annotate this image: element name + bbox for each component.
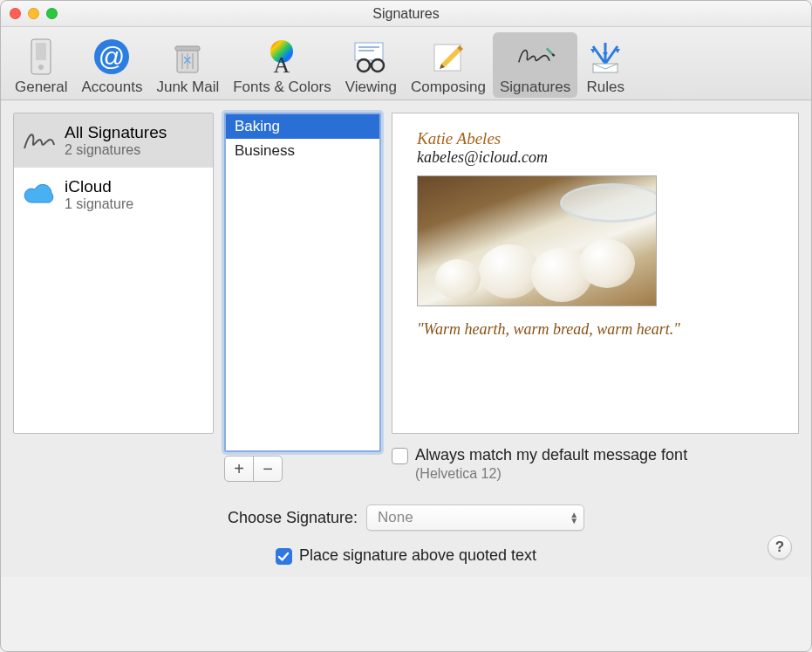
toolbar-label: Signatures: [500, 79, 570, 96]
toolbar-fonts-colors[interactable]: A Fonts & Colors: [226, 32, 338, 98]
account-title: iCloud: [65, 177, 133, 196]
icloud-icon: [21, 176, 58, 213]
titlebar: Signatures: [1, 1, 811, 27]
toolbar-rules[interactable]: Rules: [577, 32, 633, 98]
help-button[interactable]: ?: [768, 535, 792, 559]
match-font-sublabel: (Helvetica 12): [415, 466, 687, 482]
place-above-label: Place signature above quoted text: [299, 546, 536, 565]
svg-point-2: [38, 65, 44, 70]
window-title: Signatures: [1, 6, 811, 22]
glasses-icon: [350, 36, 392, 78]
account-title: All Signatures: [65, 123, 167, 142]
signature-script-icon: [21, 122, 58, 159]
toolbar-label: Fonts & Colors: [233, 79, 331, 96]
signatures-list[interactable]: Baking Business: [224, 113, 381, 452]
signature-preview[interactable]: Katie Abeles kabeles@icloud.com "Warm he…: [392, 113, 799, 434]
signatures-column: Baking Business + −: [224, 113, 381, 482]
choose-signature-value: None: [378, 509, 413, 526]
add-signature-button[interactable]: +: [224, 456, 254, 482]
toolbar-composing[interactable]: Composing: [404, 32, 493, 98]
fonts-colors-icon: A: [261, 36, 303, 78]
toolbar-viewing[interactable]: Viewing: [338, 32, 404, 98]
svg-rect-14: [358, 46, 379, 48]
preview-name: Katie Abeles: [417, 129, 774, 148]
svg-rect-1: [36, 43, 46, 60]
toolbar-label: Rules: [586, 79, 624, 96]
popup-arrows-icon: ▲▼: [570, 511, 578, 524]
toolbar-signatures[interactable]: Signatures: [493, 32, 577, 98]
account-all-signatures[interactable]: All Signatures 2 signatures: [14, 113, 213, 168]
window-controls: [10, 8, 58, 19]
place-above-row: Place signature above quoted text: [13, 546, 799, 565]
minimize-window-button[interactable]: [28, 8, 39, 19]
account-subtitle: 1 signature: [65, 196, 133, 212]
account-icloud[interactable]: iCloud 1 signature: [14, 168, 213, 222]
svg-text:A: A: [274, 52, 290, 76]
rules-icon: [584, 36, 626, 78]
svg-rect-15: [358, 50, 374, 51]
svg-point-17: [372, 59, 384, 72]
compose-icon: [427, 36, 469, 78]
choose-signature-popup[interactable]: None ▲▼: [366, 504, 584, 531]
main-area: All Signatures 2 signatures iCloud 1 sig…: [1, 100, 811, 489]
toolbar-label: Junk Mail: [156, 79, 219, 96]
toolbar-label: Composing: [411, 79, 486, 96]
match-font-checkbox[interactable]: [392, 448, 408, 464]
remove-signature-button[interactable]: −: [253, 456, 283, 482]
preview-image: [417, 175, 657, 306]
close-window-button[interactable]: [10, 8, 21, 19]
toolbar-label: Accounts: [81, 79, 142, 96]
toolbar-label: General: [15, 79, 67, 96]
at-icon: @: [91, 36, 133, 78]
toolbar-accounts[interactable]: @ Accounts: [74, 32, 149, 98]
choose-signature-label: Choose Signature:: [228, 509, 358, 527]
signature-item-business[interactable]: Business: [226, 139, 379, 163]
accounts-list: All Signatures 2 signatures iCloud 1 sig…: [13, 113, 214, 434]
preview-email: kabeles@icloud.com: [417, 148, 774, 167]
svg-rect-6: [175, 46, 200, 51]
add-remove-controls: + −: [224, 456, 381, 482]
signature-item-baking[interactable]: Baking: [226, 114, 379, 139]
place-above-checkbox[interactable]: [276, 548, 292, 565]
signature-icon: [515, 36, 556, 78]
preview-column: Katie Abeles kabeles@icloud.com "Warm he…: [392, 113, 799, 482]
general-icon: [20, 36, 62, 78]
toolbar-junk-mail[interactable]: ✕ Junk Mail: [149, 32, 226, 98]
bottom-controls: Choose Signature: None ▲▼ Place signatur…: [1, 489, 811, 577]
preferences-toolbar: General @ Accounts ✕ Junk Mail A Fonts &…: [1, 27, 811, 100]
toolbar-label: Viewing: [345, 79, 397, 96]
account-subtitle: 2 signatures: [65, 142, 167, 158]
match-font-row: Always match my default message font (He…: [392, 446, 799, 482]
preview-quote: "Warm hearth, warm bread, warm heart.": [417, 320, 774, 339]
svg-text:✕: ✕: [182, 53, 193, 67]
choose-signature-row: Choose Signature: None ▲▼: [13, 504, 799, 531]
svg-point-16: [358, 59, 370, 72]
svg-text:@: @: [99, 42, 125, 71]
match-font-label: Always match my default message font: [415, 446, 687, 464]
zoom-window-button[interactable]: [46, 8, 58, 19]
trash-icon: ✕: [167, 36, 208, 78]
toolbar-general[interactable]: General: [8, 32, 74, 98]
